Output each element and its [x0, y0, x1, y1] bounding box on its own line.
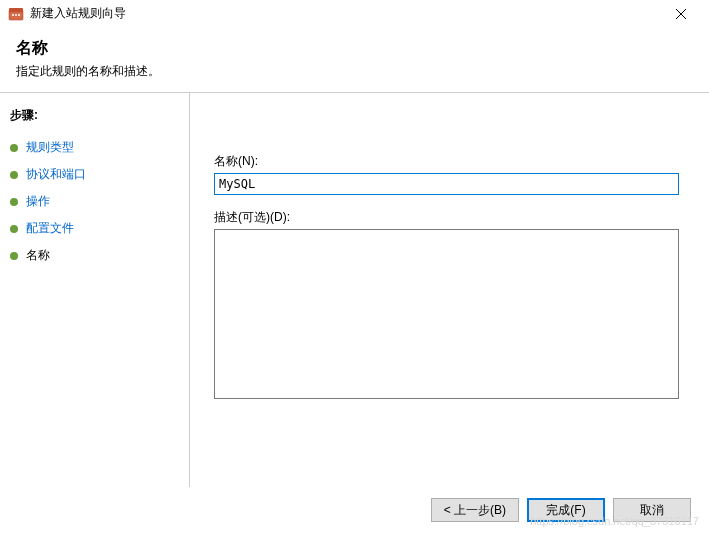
back-button[interactable]: < 上一步(B): [431, 498, 519, 522]
sidebar-item-label: 配置文件: [26, 220, 74, 237]
footer: < 上一步(B) 完成(F) 取消: [0, 487, 709, 533]
name-input[interactable]: [214, 173, 679, 195]
sidebar-item-action[interactable]: 操作: [6, 188, 183, 215]
step-bullet-icon: [10, 198, 18, 206]
body: 步骤: 规则类型 协议和端口 操作 配置文件 名称 名称(N): 描述(可选)(…: [0, 93, 709, 495]
description-input[interactable]: [214, 229, 679, 399]
window-title: 新建入站规则向导: [30, 5, 661, 22]
page-subtitle: 指定此规则的名称和描述。: [16, 63, 693, 80]
svg-rect-1: [9, 8, 23, 12]
app-icon: [8, 6, 24, 22]
step-bullet-icon: [10, 144, 18, 152]
sidebar-item-label: 规则类型: [26, 139, 74, 156]
svg-point-2: [12, 14, 14, 16]
finish-button[interactable]: 完成(F): [527, 498, 605, 522]
description-label: 描述(可选)(D):: [214, 209, 685, 226]
svg-point-4: [18, 14, 20, 16]
step-bullet-icon: [10, 252, 18, 260]
sidebar-item-rule-type[interactable]: 规则类型: [6, 134, 183, 161]
sidebar-item-label: 名称: [26, 247, 50, 264]
sidebar-item-label: 协议和端口: [26, 166, 86, 183]
close-icon: [676, 9, 686, 19]
titlebar: 新建入站规则向导: [0, 0, 709, 28]
step-bullet-icon: [10, 225, 18, 233]
sidebar-item-name[interactable]: 名称: [6, 242, 183, 269]
name-label: 名称(N):: [214, 153, 685, 170]
svg-point-3: [15, 14, 17, 16]
sidebar-item-protocol-port[interactable]: 协议和端口: [6, 161, 183, 188]
header: 名称 指定此规则的名称和描述。: [0, 28, 709, 93]
cancel-button[interactable]: 取消: [613, 498, 691, 522]
sidebar: 步骤: 规则类型 协议和端口 操作 配置文件 名称: [0, 93, 190, 495]
step-bullet-icon: [10, 171, 18, 179]
close-button[interactable]: [661, 0, 701, 28]
page-title: 名称: [16, 38, 693, 59]
sidebar-item-profile[interactable]: 配置文件: [6, 215, 183, 242]
main-panel: 名称(N): 描述(可选)(D):: [190, 93, 709, 495]
sidebar-item-label: 操作: [26, 193, 50, 210]
steps-header: 步骤:: [10, 107, 183, 124]
